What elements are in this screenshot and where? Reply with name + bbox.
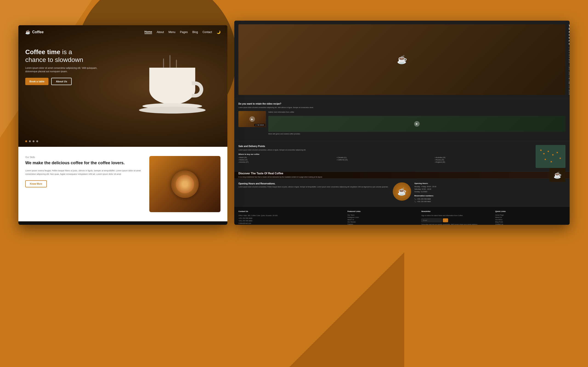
delivery-map: [536, 145, 565, 168]
about-us-button[interactable]: About Us: [51, 78, 72, 85]
know-more-button[interactable]: Know More: [25, 180, 47, 187]
hero-section: ☕ Coffee Home About Menu Pages Blog Cont…: [18, 25, 227, 147]
rp-hours-desc: Lorem ipsum dolor sit amet consectetur. …: [238, 186, 389, 188]
footer-link[interactable]: Our Brands: [347, 221, 418, 223]
video-desc-1: Gather more information from coffee: [268, 111, 565, 114]
footer-quick-link[interactable]: Contact Us: [495, 223, 565, 225]
dot-3[interactable]: [33, 140, 35, 142]
nav-pages[interactable]: Pages: [180, 31, 188, 34]
latte-image-bg: [149, 156, 221, 212]
map-dot: [540, 150, 542, 151]
footer-quick-link[interactable]: Home Page: [495, 214, 565, 216]
nav-home[interactable]: Home: [145, 30, 152, 34]
opening-hours-sunday: Sunday: CLOSED: [414, 190, 565, 193]
steam-1: [163, 58, 164, 68]
map-dot: [548, 151, 549, 152]
nav-menu[interactable]: Menu: [169, 31, 175, 34]
footer-featured-col: Featured Links Our Team Instagram Lives …: [347, 210, 418, 225]
rp-coffee-image: ☕: [238, 24, 565, 95]
footer-link[interactable]: About Us: [347, 219, 418, 220]
rp-easiest-title: The Easiest and most convenient way to m…: [569, 24, 570, 45]
cup-body: [149, 68, 195, 104]
nav-contact[interactable]: Contact: [203, 31, 212, 34]
rp-delivery-desc: Lorem ipsum dolor sit amet consectetur, …: [238, 149, 532, 151]
logo-text: Coffee: [32, 30, 44, 34]
footer-newsletter-col: Newsletter Sign to follow the latest New…: [421, 210, 492, 225]
rp-discover-title: Discover The Taste Of Real Coffee: [238, 172, 322, 175]
reservation-info: Reservation numbers: 📞 +251 250 999 8888…: [414, 195, 565, 203]
play-button-1[interactable]: ▶: [250, 116, 255, 122]
rp-discover-desc: It is a long established fact that a rea…: [238, 176, 322, 178]
footer-link[interactable]: Our Team: [347, 214, 418, 216]
opening-hours-weekday: Monday - Friday: 09:00 - 20:00: [414, 185, 565, 188]
steam-3: [176, 60, 177, 68]
latte-art-image: ☕: [393, 182, 411, 201]
footer-newsletter-title: Newsletter: [421, 210, 492, 212]
newsletter-desc: Sign to follow the latest News and infor…: [421, 214, 492, 217]
nav-about[interactable]: About: [157, 31, 164, 34]
list-item: 1/4 cups fine granulated sugar: [569, 75, 570, 79]
video-thumb-2[interactable]: ▶: [268, 116, 565, 132]
buy-locations: Where to buy our coffee • Brazil (15) • …: [238, 153, 532, 163]
dot-4[interactable]: [36, 140, 38, 142]
dot-1[interactable]: [25, 140, 27, 142]
footer-link[interactable]: Careers: [347, 223, 418, 225]
dark-mode-icon[interactable]: 🌙: [216, 30, 221, 34]
footer: Contact Us Office: Addr. 300, Coffee Cub…: [234, 207, 570, 225]
footer-link[interactable]: Instagram Lives: [347, 217, 418, 218]
rp-hours-section: Opening Hours and Reservations. Lorem ip…: [234, 179, 570, 207]
main-container: ☕ Coffee Home About Menu Pages Blog Cont…: [0, 0, 588, 367]
nav-blog[interactable]: Blog: [192, 31, 198, 34]
skills-description: Lorem ipsum viverra feugiat. Pellen tesq…: [25, 169, 142, 176]
coffee-cup-icon: ☕: [25, 30, 30, 35]
list-item: Nota a thousand Coffee Hack / Strainer &…: [569, 88, 570, 95]
rp-hours-content: Opening Hours and Reservations. Lorem ip…: [238, 182, 389, 203]
hero-title-bold: Coffee time: [25, 48, 60, 56]
list-item: 1/8 cup finely ground coffee beans: [569, 79, 570, 84]
video-desc-2: Work with green and roasted coffee provi…: [268, 133, 565, 135]
location-item: • America (27): [238, 161, 336, 163]
map-background: [536, 145, 565, 168]
discover-cup-image: ☕: [549, 168, 565, 182]
video-thumbnails: ▶ 1.7 Mil VIEWS Gather more information …: [238, 111, 565, 137]
hero-coffee-cup: [136, 54, 209, 118]
footer-quicklinks-title: Quick Links: [495, 210, 565, 212]
video-view-count: 1.7 Mil VIEWS: [254, 124, 265, 126]
video-desc-col: Gather more information from coffee ▶ Wo…: [268, 111, 565, 137]
skills-title: We make the delicious coffee for the cof…: [25, 160, 142, 166]
rp-easiest-desc: Lorem ipsum dolor sit amet, consectetur …: [569, 47, 570, 64]
footer-quick-link[interactable]: About Us: [495, 217, 565, 218]
footer-quick-link[interactable]: Blog Posts: [495, 221, 565, 223]
rp-delivery-section: Sale and Delivery Points Lorem ipsum dol…: [234, 141, 570, 172]
newsletter-email-input[interactable]: [421, 218, 442, 222]
hero-buttons: Book a table About Us: [25, 78, 147, 85]
opening-hours-info: Opening Hours: Monday - Friday: 09:00 - …: [414, 182, 565, 203]
nav-logo: ☕ Coffee: [25, 30, 44, 35]
rp-hours-title: Opening Hours and Reservations.: [238, 182, 389, 185]
steam-2: [170, 55, 170, 68]
list-item: 100 grams of whole bean coffee: [569, 65, 570, 70]
footer-quick-link[interactable]: Our Menu: [495, 219, 565, 220]
cup-handle: [192, 81, 203, 98]
location-item: • England (30): [435, 161, 532, 163]
list-item: 175 ml cold water/ 1 min cold water: [569, 70, 570, 75]
coffee-grinder-icon: ☕: [397, 55, 407, 65]
footer-phone1: +251 250 999 8888: [238, 217, 344, 219]
newsletter-submit-button[interactable]: →: [443, 218, 448, 222]
footer-contact-title: Contact Us: [238, 210, 344, 212]
locations-grid: • Brazil (15) • Canada (11) • Australia …: [238, 157, 532, 163]
play-button-2[interactable]: ▶: [414, 121, 420, 127]
rp-delivery-content: Sale and Delivery Points Lorem ipsum dol…: [238, 145, 532, 168]
location-item: • Canada (11): [337, 157, 434, 158]
dot-2[interactable]: [29, 140, 31, 142]
skills-content: Our Skills We make the delicious coffee …: [25, 156, 142, 187]
footer-contact-col: Contact Us Office: Addr. 300, Coffee Cub…: [238, 210, 344, 225]
skills-image: [149, 156, 221, 212]
reservation-title: Reservation numbers:: [414, 195, 565, 197]
video-thumb-1[interactable]: ▶ 1.7 Mil VIEWS: [238, 111, 266, 127]
book-table-button[interactable]: Book a table: [25, 78, 48, 85]
website-mockup: ☕ Coffee Home About Menu Pages Blog Cont…: [18, 25, 227, 225]
location-item: • Russia (20): [435, 159, 532, 161]
footer-address: Office: Addr. 300, Coffee Cube. Quito, E…: [238, 214, 344, 217]
rp-easiest-content: The Easiest and most convenient way to m…: [569, 24, 570, 95]
